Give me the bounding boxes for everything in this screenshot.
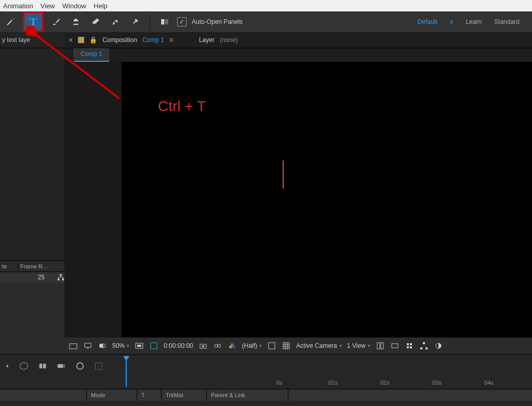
camera-select[interactable]: Active Camera▾ [296,342,342,349]
svg-point-18 [232,345,235,348]
left-panel-tab-label: y text laye [0,36,30,44]
roto-brush-tool-icon[interactable] [108,15,123,29]
timeline-tick: 0s [276,380,283,386]
timeline-ruler[interactable] [118,356,516,376]
views-select[interactable]: 1 View▾ [347,342,370,349]
col-header-te[interactable]: te [0,263,18,269]
workspace-menu-icon[interactable]: ≡ [450,18,454,25]
grid-icon[interactable] [69,341,78,350]
monitor-icon[interactable] [83,341,92,350]
menu-animation[interactable]: Animation [3,2,33,10]
resolution-full-icon[interactable] [135,341,144,350]
fast-preview-icon[interactable] [405,341,414,350]
frame-blend-icon[interactable] [37,361,48,371]
show-snapshot-icon[interactable] [213,341,222,350]
comp-subtab[interactable]: Comp 1 [74,48,109,62]
layer-none: (none) [220,36,238,44]
mask-toggle-icon[interactable] [98,341,107,350]
graph-editor-icon[interactable] [75,361,85,371]
svg-point-15 [218,344,221,347]
timeline-tick: 01s [328,380,338,386]
lock-icon[interactable]: 🔒 [89,36,97,44]
panel-arrange-icon[interactable] [157,15,172,29]
col-trkmat[interactable]: TrkMat [162,389,207,401]
layer-label: Layer [199,36,215,44]
region-icon[interactable] [267,341,276,350]
panel-menu-icon[interactable]: ≡ [169,36,173,44]
workspace-standard[interactable]: Standard [494,18,520,25]
project-row[interactable]: 25 [0,272,64,282]
timeline-columns: Mode T TrkMat Parent & Link [0,389,532,401]
project-row-fps: 25 [38,274,55,281]
flowchart-footer-icon[interactable] [419,341,429,350]
workspace-learn[interactable]: Learn [466,18,482,25]
svg-rect-24 [420,347,422,349]
comp-footer: 50%▾ 0:00:00:00 (Half)▾ Active Camera▾ 1… [64,337,532,354]
transparency-grid-icon[interactable] [149,341,158,350]
col-parent-link[interactable]: Parent & Link [207,389,288,401]
svg-rect-22 [392,344,398,348]
svg-rect-2 [60,274,62,276]
view-layout-icon[interactable] [376,341,385,350]
workspace-default[interactable]: Default [418,18,437,25]
svg-rect-21 [381,343,383,349]
svg-rect-5 [70,344,77,349]
text-cursor [283,160,284,188]
grid-overlay-icon[interactable] [282,341,291,350]
timeline-ticks[interactable]: 0s01s02s03s04s [272,377,532,389]
quality-select[interactable]: (Half)▾ [242,342,262,349]
puppet-pin-tool-icon[interactable] [128,15,142,29]
timecode-display[interactable]: 0:00:00:00 [164,342,193,349]
brush-tool-icon[interactable] [49,15,63,29]
menu-help[interactable]: Help [94,2,108,10]
eraser-tool-icon[interactable] [88,15,103,29]
motion-blur-icon[interactable] [56,361,66,371]
svg-rect-3 [58,279,60,281]
playhead-line[interactable] [126,356,127,387]
comp-label: Composition [102,36,137,44]
menu-view[interactable]: View [41,2,55,10]
auto-open-panels-checkbox[interactable]: ✓ [177,17,187,26]
menu-window[interactable]: Window [62,2,86,10]
clone-stamp-tool-icon[interactable] [69,15,83,29]
flowchart-icon[interactable] [57,274,64,281]
pen-tool-icon[interactable] [3,15,18,29]
composition-panel: × 🔒 Composition Comp 1 ≡ Layer (none) Co… [64,32,532,354]
timeline-tick: 04s [484,380,494,386]
col-mode[interactable]: Mode [87,389,137,401]
svg-rect-23 [423,342,425,344]
composition-canvas[interactable]: Ctrl + T [122,62,532,337]
col-t[interactable]: T [137,389,162,401]
snapshot-icon[interactable] [198,341,208,350]
timeline-tick: 02s [380,380,390,386]
svg-point-31 [77,363,84,370]
channel-icon[interactable] [228,341,237,350]
draft-3d-icon[interactable] [94,361,104,371]
comp-color-swatch [78,37,84,43]
annotation-shortcut-text: Ctrl + T [158,98,206,115]
close-panel-icon[interactable]: × [69,36,73,44]
timeline-tick: 03s [432,380,442,386]
svg-point-13 [202,345,204,347]
exposure-icon[interactable] [434,341,443,350]
3d-layer-icon[interactable] [19,361,29,371]
svg-rect-11 [151,343,157,349]
svg-point-17 [229,345,232,348]
type-tool-button[interactable]: T [23,11,44,32]
zoom-select[interactable]: 50%▾ [112,342,129,349]
col-header-frame-rate[interactable]: Frame R… [18,263,64,269]
shy-icon[interactable] [0,361,10,371]
svg-rect-4 [62,279,64,281]
auto-open-panels-label: Auto-Open Panels [192,18,243,25]
svg-rect-25 [425,347,428,349]
svg-rect-6 [85,343,91,347]
comp-panel-tabs: × 🔒 Composition Comp 1 ≡ Layer (none) [64,32,532,48]
comp-name[interactable]: Comp 1 [142,36,164,44]
project-columns-header: te Frame R… [0,261,64,272]
workspace-switcher: Default ≡ Learn Standard [418,18,529,25]
pixel-aspect-icon[interactable] [390,341,400,350]
timeline-toolbar [0,355,532,377]
svg-rect-20 [377,343,380,349]
left-panel-tab[interactable]: y text laye [0,32,64,48]
toolbar: T ✓ Auto-Open Panels Default ≡ Learn Sta… [0,11,532,32]
